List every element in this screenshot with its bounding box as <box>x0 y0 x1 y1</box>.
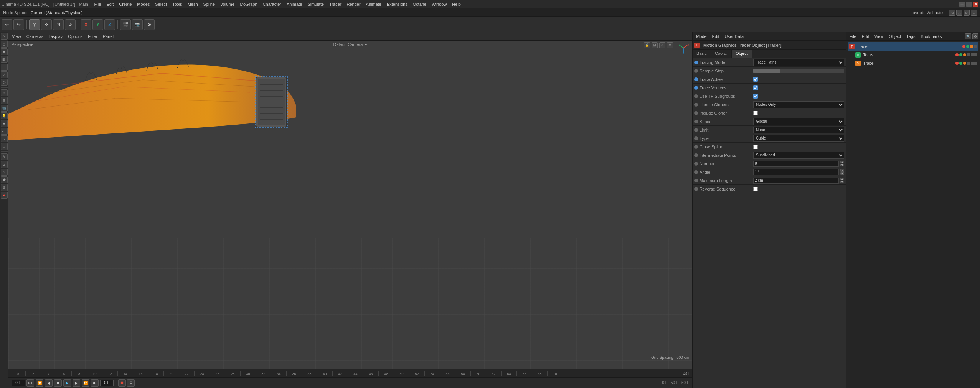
attr-spinner-14[interactable]: ▲▼ <box>840 178 844 183</box>
user-data-menu[interactable]: User Data <box>723 33 746 39</box>
attr-row-8[interactable]: LimitNoneVertices <box>693 126 846 134</box>
play-button[interactable]: ▶ <box>63 379 71 387</box>
camera-icon[interactable]: 📹 <box>1 105 8 112</box>
viewport-filter-menu[interactable]: Filter <box>86 33 99 39</box>
point-mode-icon[interactable]: · <box>1 64 8 71</box>
scale-tool-button[interactable]: ⊡ <box>53 19 64 30</box>
menu-item-octane[interactable]: Octane <box>411 1 429 7</box>
far-tags-menu[interactable]: Tags <box>904 33 917 39</box>
tab-coord[interactable]: Coord. <box>711 50 732 58</box>
viewport-panel-menu[interactable]: Panel <box>101 33 115 39</box>
curve-icon[interactable]: ∿ <box>1 135 8 142</box>
attr-checkbox-6[interactable] <box>753 111 758 115</box>
menu-item-volume[interactable]: Volume <box>218 1 237 7</box>
attr-row-5[interactable]: Handle ClonersNodes OnlyAll <box>693 100 846 109</box>
axis-z-button[interactable]: Z <box>104 19 115 30</box>
tab-basic[interactable]: Basic <box>693 50 711 58</box>
render-icon[interactable]: 🔺 <box>1 192 8 199</box>
render-button[interactable]: 🎬 <box>120 19 131 30</box>
menu-item-animate[interactable]: Animate <box>364 1 384 7</box>
attr-input-14[interactable] <box>753 178 839 184</box>
attr-select-5[interactable]: Nodes OnlyAll <box>753 101 844 108</box>
menu-item-window[interactable]: Window <box>429 1 449 7</box>
mode-menu[interactable]: Mode <box>694 33 709 39</box>
plugin-icon[interactable]: ⊛ <box>1 184 8 191</box>
magnet-icon[interactable]: ⊙ <box>1 169 8 176</box>
viewport-maximize-icon[interactable]: ⤢ <box>659 42 665 48</box>
viewport-frame-icon[interactable]: ⊡ <box>652 42 658 48</box>
step-forward-button[interactable]: ▶ <box>73 379 80 387</box>
model-mode-icon[interactable]: ◻ <box>1 41 8 48</box>
menu-item-mesh[interactable]: Mesh <box>185 1 200 7</box>
attr-input-12[interactable] <box>753 161 839 167</box>
viewport-lock-icon[interactable]: 🔒 <box>644 42 650 48</box>
viewport-view-menu[interactable]: View <box>10 33 23 39</box>
attr-select-9[interactable]: CubicLinear <box>753 135 844 142</box>
attr-row-10[interactable]: Close Spline <box>693 143 846 151</box>
attr-spinner-13[interactable]: ▲▼ <box>840 169 844 175</box>
menu-item-tracer[interactable]: Tracer <box>327 1 343 7</box>
attr-row-7[interactable]: SpaceGlobalLocal <box>693 117 846 126</box>
attr-slider-1[interactable] <box>753 69 844 73</box>
edit-menu[interactable]: Edit <box>710 33 721 39</box>
nav-back-icon[interactable]: ◁ <box>949 10 955 16</box>
brush-icon[interactable]: ⌀ <box>1 161 8 168</box>
paint-icon[interactable]: ⬟ <box>1 176 8 183</box>
menu-item-mograph[interactable]: MoGraph <box>238 1 260 7</box>
next-key-button[interactable]: ⏩ <box>82 379 89 387</box>
frame-start-input[interactable] <box>12 380 25 386</box>
snap-icon[interactable]: ⊕ <box>1 89 8 96</box>
menu-item-tools[interactable]: Tools <box>170 1 185 7</box>
attr-row-3[interactable]: Trace Vertices <box>693 84 846 92</box>
rotate-tool-button[interactable]: ↺ <box>65 19 76 30</box>
move-tool-button[interactable]: ✛ <box>41 19 52 30</box>
far-file-menu[interactable]: File <box>848 33 858 39</box>
attr-spinner-12[interactable]: ▲▼ <box>840 161 844 166</box>
attr-checkbox-2[interactable] <box>753 77 758 82</box>
attr-input-13[interactable] <box>753 169 839 175</box>
viewport-cameras-menu[interactable]: Cameras <box>25 33 46 39</box>
menu-item-select[interactable]: Select <box>153 1 169 7</box>
attr-row-14[interactable]: Maximum Length▲▼ <box>693 176 846 185</box>
undo-button[interactable]: ↩ <box>2 19 12 30</box>
render-view-button[interactable]: 📷 <box>132 19 143 30</box>
object-tracer[interactable]: T Tracer <box>848 42 978 51</box>
nav-up-icon[interactable]: △ <box>956 10 962 16</box>
attr-row-6[interactable]: Include Cloner <box>693 109 846 117</box>
attr-row-4[interactable]: Use TP Subgroups <box>693 92 846 100</box>
far-edit-menu[interactable]: Edit <box>860 33 871 39</box>
maximize-button[interactable]: □ <box>966 2 972 7</box>
poly-mode-icon[interactable]: ⬡ <box>1 79 8 86</box>
menu-item-animate[interactable]: Animate <box>284 1 304 7</box>
attr-row-9[interactable]: TypeCubicLinear <box>693 134 846 143</box>
attr-checkbox-15[interactable] <box>753 187 758 191</box>
guide-icon[interactable]: ⊞ <box>1 97 8 104</box>
render-settings-button[interactable]: ⚙ <box>144 19 155 30</box>
attr-row-2[interactable]: Trace Active <box>693 75 846 84</box>
goto-end-button[interactable]: ⏭ <box>91 379 99 387</box>
viewport-options-menu[interactable]: Options <box>66 33 84 39</box>
select-tool-button[interactable]: ◎ <box>29 19 40 30</box>
axis-y-button[interactable]: Y <box>92 19 103 30</box>
attr-row-0[interactable]: Tracing ModeTrace PathsTrace Elements <box>693 58 846 67</box>
menu-item-render[interactable]: Render <box>345 1 363 7</box>
attr-checkbox-10[interactable] <box>753 145 758 149</box>
menu-item-extensions[interactable]: Extensions <box>384 1 410 7</box>
viewport-canvas[interactable]: Perspective Default Camera ✦ 🔒 ⊡ ⤢ ⚙ X Y <box>8 41 692 369</box>
attr-select-0[interactable]: Trace PathsTrace Elements <box>753 59 844 66</box>
nav-forward-icon[interactable]: ▷ <box>964 10 970 16</box>
far-search-icon[interactable]: 🔍 <box>965 33 971 39</box>
playback-settings-button[interactable]: ⚙ <box>127 379 135 387</box>
viewport-display-menu[interactable]: Display <box>47 33 64 39</box>
object-mode-icon[interactable]: ● <box>1 48 8 55</box>
axis-x-button[interactable]: X <box>81 19 91 30</box>
attr-checkbox-3[interactable] <box>753 85 758 90</box>
frame-current-input[interactable] <box>100 380 114 386</box>
far-bookmarks-menu[interactable]: Bookmarks <box>919 33 944 39</box>
menu-item-character[interactable]: Character <box>261 1 284 7</box>
close-button[interactable]: ✕ <box>973 2 978 7</box>
object-trace[interactable]: ∿ Trace <box>848 59 978 67</box>
redo-button[interactable]: ↪ <box>13 19 24 30</box>
menu-item-create[interactable]: Create <box>117 1 134 7</box>
menu-item-modes[interactable]: Modes <box>135 1 152 7</box>
